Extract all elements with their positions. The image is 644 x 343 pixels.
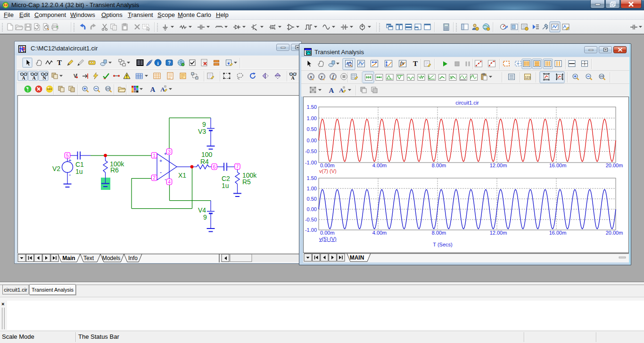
svg-text:9: 9 (203, 213, 207, 221)
svg-text:X1: X1 (178, 172, 186, 179)
svg-text:-: - (69, 171, 71, 178)
svg-text:-: - (160, 169, 162, 176)
svg-text:?: ? (168, 60, 171, 65)
svg-text:-: - (165, 176, 166, 182)
svg-text:6: 6 (213, 164, 216, 170)
svg-text:0.00m: 0.00m (320, 163, 335, 168)
svg-text:100: 100 (201, 151, 213, 158)
svg-text:MAIN: MAIN (350, 254, 364, 261)
svg-text:12.00m: 12.00m (490, 163, 507, 168)
svg-text:5: 5 (66, 153, 69, 158)
svg-text:R6: R6 (110, 166, 119, 174)
svg-text:100: 100 (106, 87, 110, 90)
svg-text:C2: C2 (222, 175, 230, 182)
svg-text:A: A (150, 86, 156, 93)
svg-text:16.00m: 16.00m (549, 163, 567, 168)
svg-text:Text: Text (83, 255, 94, 261)
svg-text:y: y (320, 74, 323, 79)
svg-text:123: 123 (525, 76, 530, 79)
svg-text:8.00m: 8.00m (432, 230, 446, 236)
svg-text:8.00m: 8.00m (432, 163, 446, 168)
svg-text:v(7) (V): v(7) (V) (319, 168, 337, 174)
svg-text:1u: 1u (222, 182, 229, 189)
svg-text:0.00: 0.00 (307, 206, 317, 212)
svg-text:-1.00: -1.00 (305, 227, 317, 233)
svg-text:i: i (157, 60, 158, 66)
svg-text:-0.50: -0.50 (305, 217, 317, 222)
svg-text:100: 100 (599, 75, 603, 78)
svg-text:1.00: 1.00 (307, 115, 317, 121)
svg-text:Main: Main (62, 255, 75, 261)
svg-text:T: T (413, 60, 418, 67)
svg-text:Models: Models (102, 255, 121, 261)
svg-text:4.00m: 4.00m (372, 230, 387, 236)
svg-text:16.00m: 16.00m (549, 230, 567, 236)
svg-text:9: 9 (202, 121, 206, 128)
svg-text:circuit1.cir: circuit1.cir (455, 100, 479, 106)
svg-text:A: A (32, 75, 36, 81)
svg-text:+: + (159, 158, 162, 163)
svg-text:R5: R5 (242, 178, 251, 186)
svg-text:1.50: 1.50 (307, 104, 317, 110)
svg-text:-1.00: -1.00 (305, 160, 317, 165)
svg-text:0.00: 0.00 (307, 138, 317, 143)
svg-text:A: A (329, 87, 334, 94)
svg-text:3: 3 (168, 149, 171, 155)
svg-text:1.00: 1.00 (307, 186, 317, 191)
svg-text:fx: fx (400, 61, 404, 65)
svg-text:4.00m: 4.00m (372, 163, 387, 168)
svg-text:1u: 1u (75, 168, 83, 175)
svg-text:V4: V4 (198, 206, 206, 214)
svg-text:N: N (42, 75, 46, 81)
svg-text:7: 7 (236, 164, 239, 169)
svg-text:R4: R4 (200, 158, 209, 165)
svg-text:0.50: 0.50 (307, 196, 317, 202)
svg-text:20.00m: 20.00m (606, 163, 623, 168)
svg-text:T: T (57, 59, 62, 66)
svg-text:v(5) (V): v(5) (V) (319, 236, 337, 242)
svg-text:1.50: 1.50 (307, 175, 317, 181)
svg-text:x: x (309, 74, 312, 79)
svg-text:-0.50: -0.50 (305, 148, 317, 154)
svg-text:1: 1 (153, 153, 156, 158)
svg-text:V3: V3 (198, 128, 206, 135)
svg-text:2: 2 (153, 175, 156, 180)
svg-text:T (Secs): T (Secs) (433, 242, 452, 247)
svg-text:0.50: 0.50 (307, 126, 317, 132)
svg-text:A: A (291, 75, 295, 81)
svg-text:C1: C1 (75, 161, 84, 168)
svg-text:20.00m: 20.00m (606, 230, 623, 236)
svg-text:Info: Info (128, 255, 138, 261)
svg-text:0.00m: 0.00m (320, 230, 335, 236)
svg-text:12.00m: 12.00m (490, 230, 507, 236)
svg-text:4: 4 (168, 180, 171, 185)
svg-text:A: A (22, 75, 25, 81)
svg-text:V2: V2 (52, 165, 60, 172)
